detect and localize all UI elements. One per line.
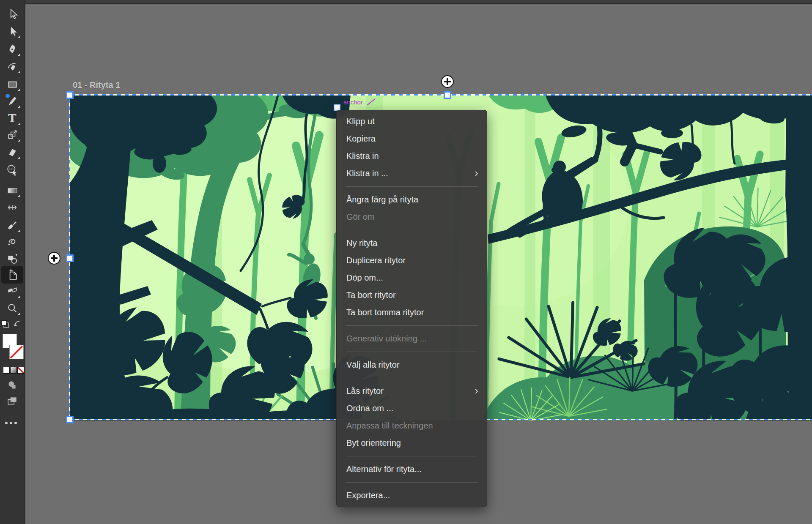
menu-item-select-all-artboards[interactable]: Välj alla ritytor xyxy=(337,356,487,374)
artboard-handle-top-left[interactable] xyxy=(66,91,74,99)
eraser-tool-button[interactable] xyxy=(3,144,22,160)
direct-selection-arrow-icon xyxy=(7,26,18,37)
magnifier-icon xyxy=(7,303,18,314)
shape-builder-tool-button[interactable] xyxy=(3,251,22,267)
gradient-swatch-button[interactable] xyxy=(10,367,17,374)
curvature-pen-icon xyxy=(7,61,18,72)
menu-separator xyxy=(346,456,477,456)
tools-panel: T xyxy=(0,0,25,524)
zoom-tool-button[interactable] xyxy=(3,300,22,316)
menu-separator xyxy=(346,230,477,230)
menu-item-artboard-options[interactable]: Alternativ för rityta... xyxy=(337,461,487,478)
anchor-label: anchor xyxy=(343,98,363,106)
menu-separator xyxy=(346,325,477,326)
pen-tool-button[interactable] xyxy=(3,41,22,57)
menu-item-cut[interactable]: Klipp ut xyxy=(337,113,487,130)
submenu-arrow-icon: › xyxy=(475,382,478,399)
gradient-icon xyxy=(7,185,18,196)
none-slash-icon xyxy=(10,345,23,359)
draw-mode-icon xyxy=(7,380,18,391)
menu-item-redo: Gör om xyxy=(337,208,487,226)
width-tool-icon xyxy=(7,202,18,213)
add-artboard-button-top[interactable] xyxy=(441,75,454,88)
menu-item-delete-artboards[interactable]: Ta bort ritytor xyxy=(337,287,487,304)
more-tools-button[interactable] xyxy=(5,422,17,424)
artboard-icon xyxy=(6,269,18,281)
screen-mode-button[interactable] xyxy=(3,393,22,409)
flyout-indicator xyxy=(18,296,20,298)
rectangle-tool-button[interactable] xyxy=(3,76,22,92)
menu-item-new-artboard[interactable]: Ny rityta xyxy=(337,235,487,252)
stroke-swatch[interactable] xyxy=(9,345,24,359)
menu-item-rearrange[interactable]: Ordna om ... xyxy=(337,400,487,417)
artboard-handle-bottom-left[interactable] xyxy=(66,416,74,423)
free-transform-tool-button[interactable] xyxy=(3,283,22,299)
menu-item-export[interactable]: Exportera... xyxy=(337,487,487,504)
twirl-tool-button[interactable] xyxy=(3,234,22,250)
artboard-context-menu: Klipp ut Kopiera Klistra in Klistra in .… xyxy=(336,110,487,507)
gradient-tool-button[interactable] xyxy=(3,182,22,198)
dot-icon xyxy=(5,422,8,424)
selection-arrow-icon xyxy=(7,8,18,19)
default-fill-stroke-widget[interactable] xyxy=(0,319,25,334)
plus-icon xyxy=(53,255,55,262)
speech-bubble-arrow-icon xyxy=(6,164,18,176)
discover-tool-button[interactable] xyxy=(3,162,22,178)
menu-item-duplicate-artboards[interactable]: Duplicera ritytor xyxy=(337,252,487,269)
flyout-indicator xyxy=(18,71,20,73)
shape-builder-icon xyxy=(7,254,18,265)
flyout-indicator xyxy=(18,157,20,159)
eraser-icon xyxy=(7,147,18,158)
type-tool-icon: T xyxy=(8,113,16,124)
eyedropper-icon xyxy=(7,220,18,231)
menu-separator xyxy=(346,352,477,352)
plus-icon xyxy=(447,78,448,85)
selection-tool-button[interactable] xyxy=(3,6,22,22)
menu-separator xyxy=(346,186,477,187)
menu-item-paste-special[interactable]: Klistra in ...› xyxy=(337,165,487,182)
selection-border-top xyxy=(68,94,812,96)
free-transform-icon xyxy=(7,286,18,297)
menu-separator xyxy=(346,482,477,483)
menu-item-generative-expand: Generativ utökning ... xyxy=(337,330,487,347)
default-swatches-and-reset-icon xyxy=(0,319,25,333)
scale-icon xyxy=(7,129,18,140)
direct-selection-tool-button[interactable] xyxy=(3,23,22,39)
twirl-icon xyxy=(7,237,18,248)
artboard-tool-button[interactable] xyxy=(3,267,22,283)
menu-item-lock-artboards[interactable]: Lås ritytor› xyxy=(337,382,487,400)
draw-mode-button[interactable] xyxy=(3,377,22,393)
flyout-indicator xyxy=(18,123,20,125)
add-artboard-button-left[interactable] xyxy=(48,252,60,265)
artboard-handle-top-mid[interactable] xyxy=(444,91,451,99)
width-tool-button[interactable] xyxy=(3,199,22,216)
none-swatch-button[interactable] xyxy=(17,367,24,374)
menu-item-delete-empty-artboards[interactable]: Ta bort tomma ritytor xyxy=(337,304,487,321)
flyout-indicator xyxy=(18,195,20,197)
flyout-indicator xyxy=(18,106,20,108)
flyout-indicator xyxy=(18,54,20,56)
type-tool-button[interactable]: T xyxy=(3,110,22,126)
artboard-label: 01 - Rityta 1 xyxy=(73,80,120,90)
dot-icon xyxy=(14,422,17,424)
tool-hint-dot xyxy=(5,94,10,98)
flyout-indicator xyxy=(18,89,20,91)
menu-item-undo[interactable]: Ångra färg på rityta xyxy=(337,191,487,208)
menu-item-fit-to-artwork: Anpassa till teckningen xyxy=(337,417,487,434)
flyout-indicator xyxy=(18,139,20,142)
screen-mode-icon xyxy=(7,396,18,407)
color-swatch-button[interactable] xyxy=(3,367,10,374)
curvature-tool-button[interactable] xyxy=(3,58,22,74)
menu-item-rename[interactable]: Döp om... xyxy=(337,269,487,287)
document-tab-strip xyxy=(25,0,812,4)
flyout-indicator xyxy=(18,313,20,315)
flyout-indicator xyxy=(18,36,20,38)
menu-item-change-orientation[interactable]: Byt orientering xyxy=(337,434,487,452)
dot-icon xyxy=(10,422,12,424)
scale-tool-button[interactable] xyxy=(3,127,22,143)
menu-item-paste[interactable]: Klistra in xyxy=(337,147,487,165)
artboard-handle-left-mid[interactable] xyxy=(66,254,74,262)
eyedropper-tool-button[interactable] xyxy=(3,217,22,233)
menu-item-copy[interactable]: Kopiera xyxy=(337,130,487,147)
rectangle-icon xyxy=(7,79,18,90)
